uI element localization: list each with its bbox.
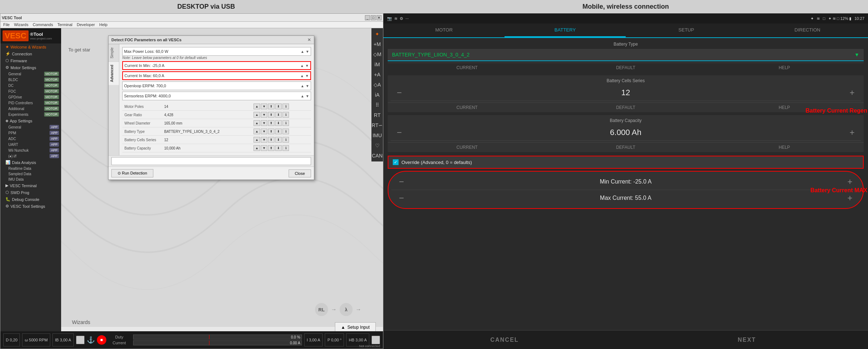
setup-input-button[interactable]: ▲ Setup Input [335,322,376,332]
btype-copy[interactable]: ⬆ [268,129,275,134]
openloop-up[interactable]: ▲ [301,84,304,88]
cells-default-btn[interactable]: DEFAULT [546,102,705,112]
sidebar-item-connection[interactable]: ⚡ Connection [0,50,61,57]
sidebar-item-data-analysis[interactable]: 📊 Data Analysis [0,159,61,166]
stop-button[interactable]: ■ [97,335,106,345]
sidebar-sub-pid[interactable]: PID Controllers MOTOR [0,100,61,106]
motor-poles-down[interactable]: ▼ [261,104,267,109]
sidebar-item-welcome[interactable]: ★ Welcome & Wizards [0,43,61,50]
bcap-info[interactable]: ℹ [282,145,289,151]
bcap-paste[interactable]: ⬇ [275,145,282,151]
toolbar-motor-btn[interactable]: +M [373,40,382,49]
bcap-down[interactable]: ▼ [261,145,267,151]
bcap-copy[interactable]: ⬆ [268,145,275,151]
btype-info[interactable]: ℹ [282,129,289,134]
sidebar-sub-uart[interactable]: UART APP [0,142,61,147]
gear-copy[interactable]: ⬆ [268,112,275,118]
menu-file[interactable]: File [3,22,10,27]
menu-developer[interactable]: Developer [77,22,95,27]
motor-poles-paste[interactable]: ⬇ [275,104,282,109]
wheel-down[interactable]: ▼ [261,120,267,126]
next-button[interactable]: NEXT [626,331,868,349]
sidebar-sub-dc[interactable]: DC MOTOR [0,83,61,88]
cells-plus-btn[interactable]: + [846,88,858,98]
wheel-info[interactable]: ℹ [282,120,289,126]
menu-terminal[interactable]: Terminal [58,22,73,27]
mobile-tab-motor[interactable]: MOTOR [383,24,505,37]
gear-paste[interactable]: ⬇ [275,112,282,118]
current-max-down[interactable]: ▼ [305,74,309,78]
toolbar-connect-btn[interactable]: ✦ [373,30,382,38]
sidebar-sub-bldc[interactable]: BLDC MOTOR [0,77,61,83]
menu-help[interactable]: Help [99,22,107,27]
dialog-close-btn[interactable]: Close [289,169,311,177]
toolbar-custom-btn[interactable]: ◇M [373,50,382,59]
sidebar-sub-ppm[interactable]: PPM APP [0,130,61,136]
dialog-tab-simple[interactable]: Simple [109,44,119,62]
battery-type-dropdown[interactable]: BATTERY_TYPE_LIION_3_0_4_2 ▼ [388,49,864,61]
close-button[interactable]: ✕ [376,15,382,20]
capacity-default-btn[interactable]: DEFAULT [546,142,705,152]
capacity-plus-btn[interactable]: + [846,127,858,138]
openloop-down[interactable]: ▼ [306,84,309,88]
menu-commands[interactable]: Commands [33,22,53,27]
motor-poles-info[interactable]: ℹ [282,104,289,109]
toolbar-rt-btn[interactable]: RT [373,111,382,119]
toolbar-grid-btn[interactable]: +A [373,70,382,79]
field-down-arrow[interactable]: ▼ [306,50,309,54]
dialog-tab-advanced[interactable]: Advanced [109,62,119,85]
battery-type-help-btn[interactable]: HELP [705,63,864,72]
cancel-button[interactable]: CANCEL [383,331,626,349]
bcells-down[interactable]: ▼ [261,137,267,143]
gear-down[interactable]: ▼ [261,112,267,118]
sidebar-sub-experiments[interactable]: Experiments MOTOR [0,112,61,117]
wheel-paste[interactable]: ⬇ [275,120,282,126]
current-max-up[interactable]: ▲ [300,74,304,78]
sidebar-sub-if[interactable]: (♦) i/f APP [0,153,61,159]
mobile-tab-direction[interactable]: DIRECTION [747,24,868,37]
btype-down[interactable]: ▼ [261,129,267,134]
sensorless-down[interactable]: ▼ [306,94,309,98]
sensorless-up[interactable]: ▲ [301,94,304,98]
toolbar-imu-btn[interactable]: IMU [373,131,382,140]
capacity-current-btn[interactable]: CURRENT [388,142,546,152]
maximize-button[interactable]: □ [371,15,376,20]
motor-poles-up[interactable]: ▲ [254,104,260,109]
menu-wizards[interactable]: Wizards [14,22,29,27]
sidebar-item-debug[interactable]: 🐛 Debug Console [0,196,61,203]
anchor-icon[interactable]: ⚓ [87,336,95,344]
battery-type-current-btn[interactable]: CURRENT [388,63,546,72]
field-up-arrow[interactable]: ▲ [301,50,304,54]
toolbar-heart-btn[interactable]: ♡ [373,141,382,150]
sidebar-sub-wii[interactable]: Wii Nunchuk APP [0,147,61,153]
sidebar-sub-general[interactable]: General MOTOR [0,71,61,77]
dialog-close-button[interactable]: ✕ [307,37,311,42]
battery-type-default-btn[interactable]: DEFAULT [546,63,705,72]
dialog-input[interactable] [111,157,311,165]
bcells-copy[interactable]: ⬆ [268,137,275,143]
sidebar-sub-realtime[interactable]: Realtime Data [0,166,61,171]
sidebar-sub-additional[interactable]: Additional MOTOR [0,106,61,112]
run-detection-button[interactable]: ⊙ Run Detection [111,169,153,177]
gear-up[interactable]: ▲ [254,112,260,118]
bcells-info[interactable]: ℹ [282,137,289,143]
capacity-help-btn[interactable]: HELP [705,142,864,152]
sidebar-item-firmware[interactable]: ⬡ Firmware [0,57,61,64]
mobile-tab-battery[interactable]: BATTERY [505,24,626,37]
sidebar-sub-sampled[interactable]: Sampled Data [0,171,61,177]
minimize-button[interactable]: _ [365,15,370,20]
override-checkbox[interactable]: ✓ [393,159,399,165]
min-current-plus-btn[interactable]: + [844,177,856,187]
toolbar-dots-btn[interactable]: ⠿ [373,101,382,109]
toolbar-rtp-btn[interactable]: RT∽ [373,121,382,130]
wheel-copy[interactable]: ⬆ [268,120,275,126]
current-min-down[interactable]: ▼ [305,64,309,68]
sidebar-item-motor-settings[interactable]: ⚙ Motor Settings [0,64,61,71]
sidebar-sub-foc[interactable]: FOC MOTOR [0,88,61,94]
min-current-minus-btn[interactable]: − [396,177,407,187]
bcap-up[interactable]: ▲ [254,145,260,151]
toolbar-grid2-btn[interactable]: iA [373,91,382,99]
btype-paste[interactable]: ⬇ [275,129,282,134]
toolbar-can-btn[interactable]: CAN [373,151,382,160]
motor-poles-copy[interactable]: ⬆ [268,104,275,109]
